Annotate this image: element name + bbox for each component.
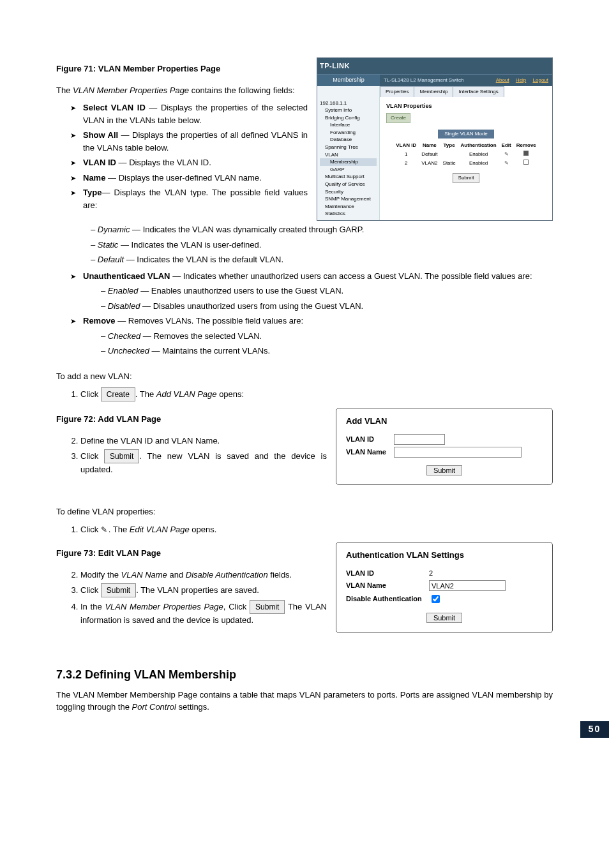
table-row: 1 Default Enabled ✎	[393, 150, 539, 159]
section-732-heading: 7.3.2 Defining VLAN Membership	[56, 666, 553, 684]
step-define: Define the VLAN ID and VLAN Name.	[80, 435, 327, 447]
figure-73-caption: Figure 73: Edit VLAN Page	[56, 547, 327, 560]
unauth-bullet: Unauthenticaed VLAN — Indicates whether …	[56, 270, 553, 357]
submit-button[interactable]: Submit	[426, 465, 462, 475]
tab-properties[interactable]: Properties	[380, 86, 414, 97]
side-title: Membership	[317, 74, 380, 86]
submit-button[interactable]: Submit	[453, 173, 480, 183]
submit-button-inline[interactable]: Submit	[101, 583, 136, 597]
page-number: 50	[580, 721, 609, 738]
mode-badge: Single VLAN Mode	[438, 130, 494, 138]
tab-interface-settings[interactable]: Interface Settings	[453, 86, 504, 97]
panel-title: Add VLAN	[346, 415, 543, 428]
about-link[interactable]: About	[496, 77, 509, 83]
create-button-inline[interactable]: Create	[101, 387, 135, 401]
add-vlan-intro: To add a new VLAN:	[56, 370, 553, 383]
vlan-id-value: 2	[429, 568, 433, 579]
create-button[interactable]: Create	[386, 113, 410, 123]
add-vlan-panel: Add VLAN VLAN ID VLAN Name Submit	[336, 408, 553, 485]
section-title: VLAN Properties	[386, 102, 546, 111]
vlan-name-label: VLAN Name	[346, 580, 429, 591]
fig71-screenshot: TP-LINK Membership TL-SL3428 L2 Manageme…	[317, 57, 553, 221]
help-link[interactable]: Help	[516, 77, 526, 83]
edit-icon[interactable]: ✎	[504, 151, 509, 157]
vlan-table: VLAN ID Name Type Authentication Edit Re…	[393, 141, 539, 168]
vlan-id-label: VLAN ID	[346, 568, 429, 579]
submit-button-inline[interactable]: Submit	[104, 449, 139, 463]
remove-checkbox[interactable]	[523, 151, 529, 156]
vlan-name-input[interactable]	[394, 447, 522, 458]
edit-vlan-panel: Authentication VLAN Settings VLAN ID 2 V…	[336, 542, 553, 633]
vlan-name-label: VLAN Name	[346, 447, 394, 458]
disable-auth-checkbox[interactable]	[432, 595, 440, 603]
fig71-intro: The VLAN Member Properties Page contains…	[56, 84, 308, 97]
submit-button[interactable]: Submit	[426, 613, 462, 623]
edit-icon[interactable]: ✎	[504, 160, 509, 166]
edit-icon[interactable]: ✎	[101, 524, 107, 535]
remove-checkbox[interactable]	[523, 160, 529, 165]
section-732-para: The VLAN Member Membership Page contains…	[56, 689, 553, 714]
type-sublist: – Dynamic — Indicates the VLAN was dynam…	[56, 223, 553, 266]
logout-link[interactable]: Logout	[533, 77, 548, 83]
nav-tree[interactable]: 192.168.1.1 System Info Bridging Config …	[317, 97, 380, 221]
disable-auth-label: Disable Authentication	[346, 594, 429, 604]
submit-button-inline[interactable]: Submit	[250, 600, 285, 614]
define-properties-intro: To define VLAN properties:	[56, 505, 553, 518]
tab-membership[interactable]: Membership	[414, 86, 453, 97]
fig71-field-list: Select VLAN ID — Displays the properties…	[56, 101, 308, 211]
figure-71-caption: Figure 71: VLAN Member Properties Page	[56, 63, 308, 75]
device-name: TL-SL3428 L2 Management Switch	[384, 77, 463, 84]
figure-72-caption: Figure 72: Add VLAN Page	[56, 413, 327, 426]
table-row: 2 VLAN2 Static Enabled ✎	[393, 159, 539, 168]
vlan-name-input[interactable]	[429, 580, 506, 591]
vlan-id-label: VLAN ID	[346, 434, 394, 445]
brand-logo: TP-LINK	[320, 61, 550, 71]
vlan-id-input[interactable]	[394, 434, 445, 445]
panel-title: Authentication VLAN Settings	[346, 549, 543, 562]
